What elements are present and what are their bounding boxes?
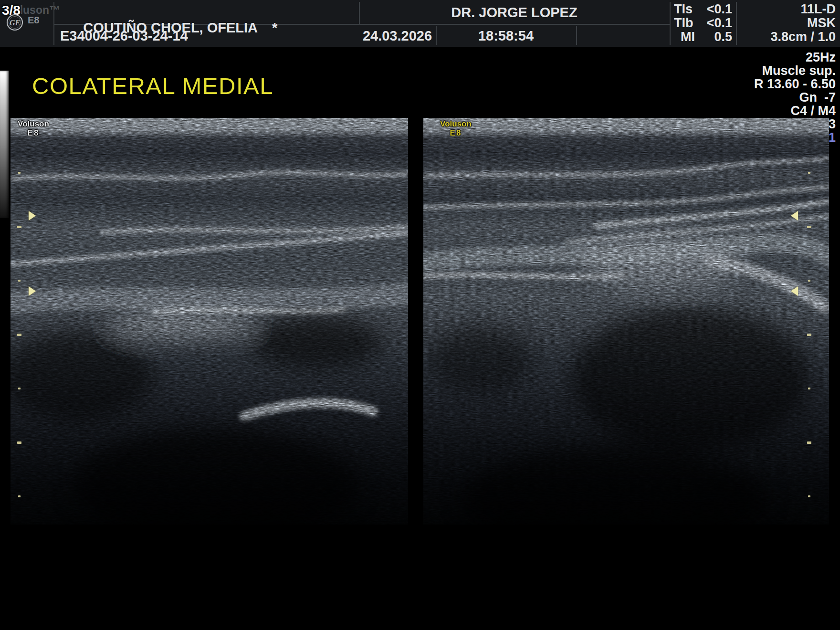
ruler-tick — [18, 495, 21, 497]
mi-row: MI 0.5 — [674, 30, 732, 43]
depth-gain: 3.8cm / 1.0 — [735, 30, 836, 43]
param-application: Muscle sup. — [678, 64, 836, 77]
ti-soft-row: TIs <0.1 — [674, 2, 732, 16]
ruler-tick — [808, 280, 810, 282]
ti-soft-label: TIs — [674, 2, 693, 16]
grayscale-bar — [0, 71, 9, 218]
header-bar: Voluson™ 3/8 GE E8 COUTIÑO CHOEL, OFELIA… — [0, 0, 840, 47]
param-range: R 13.60 - 6.50 — [678, 77, 836, 91]
annotation-label: COLATERAL MEDIAL — [32, 73, 273, 99]
ultrasound-screen: Voluson™ 3/8 GE E8 COUTIÑO CHOEL, OFELIA… — [0, 0, 840, 630]
ruler-tick — [808, 495, 810, 497]
ultrasound-pane-right[interactable]: Voluson E8 — [423, 118, 829, 525]
watermark-line2: E8 — [439, 128, 473, 137]
patient-flag: * — [272, 20, 277, 35]
divider — [576, 26, 577, 45]
ruler-tick — [808, 388, 810, 389]
ti-soft-value: <0.1 — [707, 2, 732, 16]
ruler-tick — [807, 226, 811, 228]
svg-text:GE: GE — [10, 19, 20, 27]
patient-name: COUTIÑO CHOEL, OFELIA* — [60, 5, 277, 51]
ruler-tick — [17, 441, 21, 444]
physician-name: DR. JORGE LOPEZ — [359, 5, 670, 20]
watermark-line1: Voluson — [16, 119, 51, 128]
ruler-tick — [18, 388, 21, 389]
ti-bone-row: TIb <0.1 — [674, 16, 732, 30]
mi-label: MI — [681, 30, 695, 43]
focus-marker-icon — [791, 286, 798, 296]
ultrasound-image-right — [423, 118, 829, 525]
ruler-tick — [807, 441, 811, 444]
pane-watermark: Voluson E8 — [16, 119, 51, 137]
ruler-tick — [18, 172, 21, 174]
param-gain: Gn -7 — [678, 91, 836, 104]
ti-bone-label: TIb — [674, 16, 693, 30]
preset-name: MSK — [735, 16, 836, 30]
ruler-tick — [808, 172, 810, 174]
param-c-m: C4 / M4 — [678, 104, 836, 117]
divider — [670, 2, 671, 45]
mi-value: 0.5 — [714, 30, 732, 43]
focus-marker-icon — [29, 286, 36, 296]
ruler-tick — [807, 334, 811, 336]
param-frame-rate: 25Hz — [678, 51, 836, 64]
divider — [53, 2, 54, 45]
ultrasound-image-left — [10, 118, 408, 525]
focus-marker-icon — [791, 211, 798, 220]
focus-marker-icon — [29, 211, 36, 220]
ultrasound-pane-left[interactable]: Voluson E8 — [10, 118, 408, 525]
ruler-tick — [17, 334, 21, 336]
ti-bone-value: <0.1 — [707, 16, 732, 30]
exam-time: 18:58:54 — [436, 28, 576, 43]
ruler-tick — [18, 280, 21, 282]
probe-name: 11L-D — [735, 2, 836, 16]
exam-date: 24.03.2026 — [359, 28, 436, 43]
ruler-tick — [17, 226, 21, 228]
watermark-line2: E8 — [16, 128, 51, 137]
ge-logo-icon: GE — [5, 12, 25, 32]
pane-watermark: Voluson E8 — [439, 119, 473, 137]
model-badge: E8 — [28, 15, 39, 26]
watermark-line1: Voluson — [439, 119, 473, 128]
exam-id: E34004-26-03-24-14 — [60, 28, 188, 43]
